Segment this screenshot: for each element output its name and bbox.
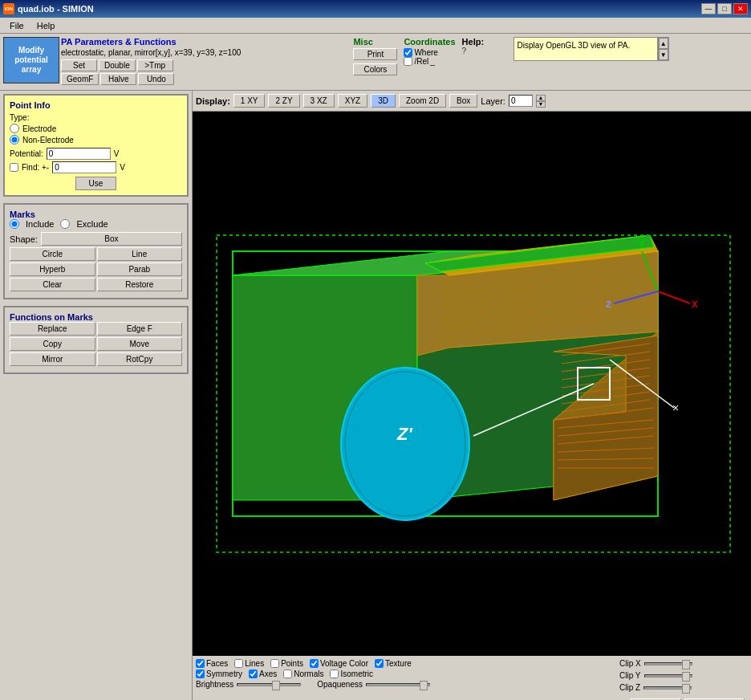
shape-row: Shape: Box [10,232,182,246]
clip-z-slider[interactable] [643,686,692,690]
box-shape-button[interactable]: Box [41,232,182,246]
svg-point-10 [341,368,469,520]
display-3xz-button[interactable]: 3 XZ [303,94,335,108]
viewport-bottom-controls: Faces Lines Points Voltage Color [193,656,751,700]
clip-x-slider[interactable] [644,662,692,665]
box-display-button[interactable]: Box [449,94,477,108]
clip-z-label: Clip Z [619,683,640,692]
layer-input[interactable] [509,95,533,107]
axes-checkbox[interactable] [249,669,258,678]
find-checkbox[interactable] [10,163,18,172]
move-button[interactable]: Move [97,337,183,351]
svg-text:x: x [692,297,698,310]
display-2zy-button[interactable]: 2 ZY [268,94,299,108]
copy-button[interactable]: Copy [10,337,95,351]
checkbox-row-1: Faces Lines Points Voltage Color [196,659,616,668]
lines-label: Lines [245,659,264,668]
help-text-area: Display OpenGL 3D view of PA. [514,37,658,61]
normals-label: Normals [294,669,323,678]
svg-text:Y: Y [638,237,646,250]
menu-file[interactable]: File [3,19,30,32]
rel-unit: _ [430,57,435,66]
maximize-button[interactable]: □ [717,3,732,14]
electrode-radio[interactable] [10,124,19,133]
svg-text:×: × [672,401,679,414]
main-content: Point Info Type: Electrode Non-Electrode… [0,91,751,700]
isometric-checkbox[interactable] [330,669,339,678]
print-button[interactable]: Print [353,48,397,60]
pa-section: PA Parameters & Functions electrostatic,… [61,37,347,87]
display-label: Display: [196,96,230,106]
double-button[interactable]: Double [99,59,136,71]
marks-title: Marks [10,210,182,219]
texture-checkbox[interactable] [375,659,384,668]
axes-label: Axes [259,669,277,678]
points-checkbox[interactable] [270,659,279,668]
circle-button[interactable]: Circle [10,247,95,261]
clip-y-label: Clip Y [619,671,641,680]
layer-arrows: ▲ ▼ [536,95,546,108]
faces-label: Faces [206,659,228,668]
line-button[interactable]: Line [97,247,183,261]
scroll-down-arrow[interactable]: ▼ [659,49,668,60]
use-button[interactable]: Use [75,177,117,190]
restore-button[interactable]: Restore [97,278,183,291]
menu-help[interactable]: Help [30,19,62,32]
display-3d-button[interactable]: 3D [371,94,396,108]
non-electrode-radio[interactable] [10,135,19,144]
rel-checkbox[interactable] [404,57,412,66]
find-unit: V [120,163,125,172]
lines-checkbox[interactable] [234,659,243,668]
help-section: Help: ? [462,37,510,61]
window-title: quad.iob - SIMION [18,4,94,14]
layer-down-arrow[interactable]: ▼ [536,101,546,108]
coords-title: Coordinates [404,37,455,47]
colors-button[interactable]: Colors [353,63,397,75]
include-radio[interactable] [10,219,19,229]
undo-button[interactable]: Undo [138,73,174,85]
close-button[interactable]: ✕ [733,3,748,14]
potential-input[interactable] [47,148,111,160]
viewport[interactable]: Z' [193,112,751,656]
set-button[interactable]: Set [61,59,97,71]
minimize-button[interactable]: — [701,3,716,14]
toolbar: Modifypotentialarray PA Parameters & Fun… [0,34,751,91]
geomf-button[interactable]: GeomF [61,73,99,85]
clear-button[interactable]: Clear [10,278,95,291]
parab-button[interactable]: Parab [97,262,183,276]
marks-buttons-row1: Circle Line [10,247,182,261]
edge-f-button[interactable]: Edge F [97,322,183,336]
find-label: Find: +- [22,163,49,172]
modify-potential-array-button[interactable]: Modifypotentialarray [3,37,59,83]
voltage-color-checkbox[interactable] [310,659,319,668]
clip-y-slider[interactable] [644,674,692,678]
non-electrode-label: Non-Electrode [22,136,74,144]
hyperb-button[interactable]: Hyperb [10,262,95,276]
zoom-2d-button[interactable]: Zoom 2D [399,94,446,108]
exclude-radio[interactable] [60,219,70,229]
opaqueness-label: Opaqueness [317,680,363,689]
where-checkbox[interactable] [404,48,412,57]
checkbox-row-2: Symmetry Axes Normals Isometric [196,669,616,678]
find-input[interactable] [52,161,116,173]
pa-title: PA Parameters & Functions [61,37,347,47]
functions-row1: Replace Edge F [10,322,182,336]
faces-checkbox[interactable] [196,659,205,668]
display-xyz-button[interactable]: XYZ [338,94,367,108]
potential-label: Potential: [10,149,43,158]
replace-button[interactable]: Replace [10,322,95,336]
layer-up-arrow[interactable]: ▲ [536,95,546,101]
normals-checkbox[interactable] [283,669,292,678]
symmetry-checkbox[interactable] [196,669,205,678]
rel-label: /Rel [414,57,428,66]
scroll-up-arrow[interactable]: ▲ [659,38,668,49]
tmp-button[interactable]: >Tmp [137,59,173,71]
halve-button[interactable]: Halve [100,73,136,85]
mirror-button[interactable]: Mirror [10,352,95,366]
opaqueness-slider[interactable] [366,683,430,686]
marks-buttons-row3: Clear Restore [10,278,182,291]
display-1xy-button[interactable]: 1 XY [233,94,266,108]
brightness-slider[interactable] [237,683,301,686]
where-label: Where [414,48,437,57]
rotcpy-button[interactable]: RotCpy [97,352,183,366]
